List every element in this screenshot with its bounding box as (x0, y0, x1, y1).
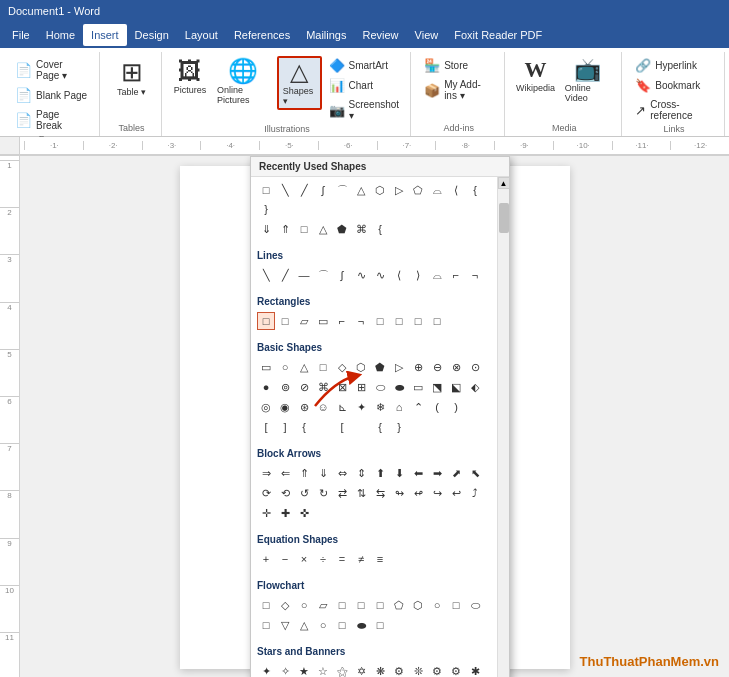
shape-item[interactable]: ╲ (257, 266, 275, 284)
shape-item[interactable]: ↻ (314, 484, 332, 502)
shape-item[interactable]: △ (352, 181, 370, 199)
shape-item[interactable]: ⬇ (390, 464, 408, 482)
screenshot-btn[interactable]: 📷 Screenshot ▾ (324, 96, 405, 124)
menu-references[interactable]: References (226, 24, 298, 46)
shape-item[interactable]: { (295, 418, 313, 436)
dropdown-scrollbar[interactable]: ▲ (497, 177, 509, 677)
shape-item[interactable]: ⬬ (352, 616, 370, 634)
shape-item[interactable]: ⊙ (466, 358, 484, 376)
shape-item[interactable]: ⇄ (333, 484, 351, 502)
shape-item[interactable]: ⟳ (257, 484, 275, 502)
shape-item[interactable]: ⟲ (276, 484, 294, 502)
menu-mailings[interactable]: Mailings (298, 24, 354, 46)
shape-item[interactable]: + (257, 550, 275, 568)
shape-item[interactable]: ● (257, 378, 275, 396)
shape-item[interactable]: ○ (428, 596, 446, 614)
shape-item[interactable]: ⇕ (352, 464, 370, 482)
shape-item[interactable]: □ (333, 616, 351, 634)
shape-item[interactable]: ⌂ (390, 398, 408, 416)
shape-item[interactable]: ⌓ (428, 266, 446, 284)
smartart-btn[interactable]: 🔷 SmartArt (324, 56, 405, 75)
shape-item[interactable]: ▱ (295, 312, 313, 330)
shape-item[interactable]: △ (295, 616, 313, 634)
shape-item[interactable]: ◎ (257, 398, 275, 416)
bookmark-btn[interactable]: 🔖 Bookmark (630, 76, 718, 95)
shape-item[interactable]: ÷ (314, 550, 332, 568)
shape-item[interactable]: ▷ (390, 358, 408, 376)
shape-item[interactable]: ➡ (428, 464, 446, 482)
shape-item[interactable]: ⇒ (257, 464, 275, 482)
shape-item[interactable]: ∿ (352, 266, 370, 284)
shape-item[interactable]: ⌐ (333, 312, 351, 330)
shape-item[interactable]: ⬉ (466, 464, 484, 482)
shape-item[interactable]: { (371, 220, 389, 238)
menu-layout[interactable]: Layout (177, 24, 226, 46)
shape-item[interactable]: ⌒ (333, 181, 351, 199)
shape-item[interactable]: ⇅ (352, 484, 370, 502)
shape-item[interactable]: ★ (295, 662, 313, 677)
shape-item[interactable]: ⬟ (333, 220, 351, 238)
shape-item[interactable]: ╱ (295, 181, 313, 199)
shape-item[interactable]: [ (333, 418, 351, 436)
shape-item[interactable]: ⊚ (276, 378, 294, 396)
shape-item[interactable]: ⌐ (447, 266, 465, 284)
shape-item[interactable] (314, 418, 332, 436)
shape-item[interactable]: ⌘ (352, 220, 370, 238)
scrollbar-up[interactable]: ▲ (498, 177, 510, 189)
online-video-btn[interactable]: 📺 Online Video (560, 56, 615, 106)
shape-item[interactable]: = (333, 550, 351, 568)
shape-item[interactable]: ⇐ (276, 464, 294, 482)
shape-item[interactable]: } (390, 418, 408, 436)
shape-item[interactable]: ⚝ (333, 662, 351, 677)
shape-item[interactable]: ⬖ (466, 378, 484, 396)
shape-item[interactable]: ⟨ (447, 181, 465, 199)
shape-item[interactable]: ∫ (314, 181, 332, 199)
shape-item[interactable]: ⬠ (390, 596, 408, 614)
shape-item[interactable]: ▭ (314, 312, 332, 330)
shape-item[interactable]: ⌓ (428, 181, 446, 199)
menu-review[interactable]: Review (355, 24, 407, 46)
shape-item[interactable]: ↫ (409, 484, 427, 502)
shape-item[interactable]: ⬭ (371, 378, 389, 396)
shape-item[interactable]: □ (295, 220, 313, 238)
shape-item-highlighted[interactable]: □ (257, 312, 275, 330)
shape-item[interactable]: ✚ (276, 504, 294, 522)
store-btn[interactable]: 🏪 Store (419, 56, 498, 75)
shape-item[interactable]: ✜ (295, 504, 313, 522)
shape-item[interactable]: ○ (295, 596, 313, 614)
shape-item[interactable]: ▷ (390, 181, 408, 199)
shape-item[interactable]: ≡ (371, 550, 389, 568)
hyperlink-btn[interactable]: 🔗 Hyperlink (630, 56, 718, 75)
chart-btn[interactable]: 📊 Chart (324, 76, 405, 95)
shape-item[interactable]: ⇔ (333, 464, 351, 482)
menu-foxit[interactable]: Foxit Reader PDF (446, 24, 550, 46)
shape-item[interactable]: ◇ (276, 596, 294, 614)
shape-item[interactable]: ) (447, 398, 465, 416)
menu-home[interactable]: Home (38, 24, 83, 46)
shape-item[interactable]: ⚙ (428, 662, 446, 677)
shape-item[interactable]: ○ (314, 616, 332, 634)
shape-item[interactable]: ⇓ (314, 464, 332, 482)
shape-item[interactable]: ╱ (276, 266, 294, 284)
shape-item[interactable]: ] (276, 418, 294, 436)
shapes-btn[interactable]: △ Shapes ▾ (277, 56, 322, 110)
shape-item[interactable]: ⇑ (295, 464, 313, 482)
shape-item[interactable]: ≠ (352, 550, 370, 568)
menu-view[interactable]: View (407, 24, 447, 46)
shape-item[interactable]: ⬡ (409, 596, 427, 614)
shape-item[interactable]: ❄ (371, 398, 389, 416)
shape-item[interactable]: ⇑ (276, 220, 294, 238)
shape-item[interactable]: ⇆ (371, 484, 389, 502)
shape-item[interactable]: ✦ (257, 662, 275, 677)
shape-item[interactable]: ⟨ (390, 266, 408, 284)
shape-item[interactable] (352, 418, 370, 436)
shape-item[interactable]: ⬈ (447, 464, 465, 482)
my-addins-btn[interactable]: 📦 My Add-ins ▾ (419, 76, 498, 104)
shape-item[interactable]: □ (371, 312, 389, 330)
menu-design[interactable]: Design (127, 24, 177, 46)
shape-item[interactable]: ¬ (352, 312, 370, 330)
shape-item[interactable]: { (371, 418, 389, 436)
shape-item[interactable]: ∿ (371, 266, 389, 284)
cover-page-btn[interactable]: 📄 Cover Page ▾ (10, 56, 93, 84)
shape-item[interactable]: ⬅ (409, 464, 427, 482)
